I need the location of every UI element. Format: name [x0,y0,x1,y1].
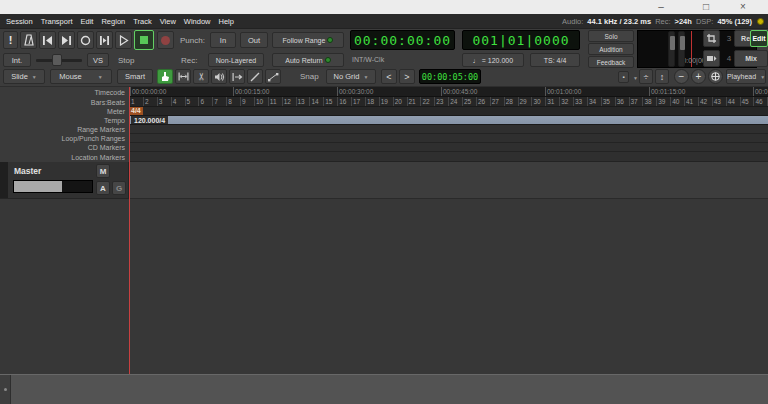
menu-window[interactable]: Window [180,17,215,26]
time-signature-button[interactable]: TS: 4/4 [530,53,580,67]
bar-number: 8 [228,98,232,105]
monitor-fader-right[interactable] [678,31,685,67]
minimize-button[interactable]: – [654,1,668,13]
zoom-out-button[interactable]: − [674,69,689,84]
ruler-label-location-markers[interactable]: Location Markers [0,152,129,162]
tempo-marker[interactable]: 120.000/4 [131,116,168,125]
menu-track[interactable]: Track [129,17,155,26]
play-range-button[interactable] [96,31,113,49]
meterbridge-window-button[interactable] [703,50,720,67]
mixer-page-button[interactable]: Mix [734,50,768,67]
menu-transport[interactable]: Transport [37,17,77,26]
automation-button[interactable]: A [96,181,110,195]
monitor-fader-left[interactable] [668,31,675,67]
meter-marker[interactable]: 4/4 [129,107,143,115]
monitor-int-button[interactable]: Int. [3,53,31,67]
metronome-button[interactable] [20,31,37,49]
zoom-focus-dropdown[interactable]: Playhead▼ [726,69,766,84]
edit-automation-tool-button[interactable] [265,69,281,84]
punch-out-button[interactable]: Out [240,32,268,48]
group-button[interactable]: G [112,181,126,195]
tempo-ruler[interactable]: 120.000/4 [129,116,768,125]
smart-mode-button[interactable]: Smart [117,69,153,84]
selection-tool-window-button[interactable] [703,30,720,47]
summary-pane[interactable] [0,374,768,404]
varispeed-button[interactable]: VS [87,53,109,67]
punch-in-button[interactable]: In [210,32,236,48]
shrink-tracks-button[interactable]: ÷ [639,69,653,84]
master-track-header[interactable]: Master M A G [0,162,129,199]
snap-label[interactable]: Snap [300,72,319,81]
editor-canvas[interactable] [0,199,768,374]
bar-number: 11 [270,98,277,105]
nudge-back-button[interactable]: < [381,69,397,84]
nudge-clock[interactable]: 00:00:05:00 [419,69,481,84]
maximize-button[interactable]: □ [699,1,713,13]
go-to-end-button[interactable] [58,31,75,49]
ruler-label-bars-beats[interactable]: Bars:Beats [0,97,129,107]
sync-source-label[interactable]: INT/W-Clk [352,56,384,63]
master-track-lane[interactable] [129,162,768,199]
zoom-in-button[interactable]: + [691,69,706,84]
menu-view[interactable]: View [156,17,180,26]
edit-mode-dropdown[interactable]: Slide▼ [3,69,45,84]
ruler-label-tempo[interactable]: Tempo [0,116,129,125]
cd-markers-ruler[interactable] [129,143,768,152]
editor-page-button[interactable]: Edit [750,30,768,47]
ruler-label-cd-markers[interactable]: CD Markers [0,143,129,152]
ruler-label-timecode[interactable]: Timecode [0,87,129,97]
play-button[interactable] [115,31,132,49]
cut-tool-button[interactable]: ✂ [193,69,209,84]
stretch-tool-button[interactable] [229,69,245,84]
range-markers-ruler[interactable] [129,125,768,134]
close-button[interactable]: × [736,1,750,13]
loop-button[interactable] [77,31,94,49]
range-tool-button[interactable] [175,69,191,84]
mute-button[interactable]: M [96,164,110,178]
midi-panic-button[interactable]: ! [3,31,18,49]
zoom-to-session-button[interactable] [708,69,723,84]
marker-visibility-caret-icon[interactable]: ▼ [633,75,638,81]
auto-return-button[interactable]: Auto Return [272,53,344,67]
bar-tick [240,97,241,106]
feedback-button[interactable]: Feedback [588,56,634,68]
menu-session[interactable]: Session [2,17,37,26]
primary-clock[interactable]: 00:00:00:00 [350,30,455,50]
follow-range-button[interactable]: Follow Range [272,32,344,48]
track-name-label[interactable]: Master [14,166,41,176]
audition-tool-button[interactable] [211,69,227,84]
grab-tool-button[interactable] [157,69,173,84]
grid-mode-dropdown[interactable]: No Grid▼ [326,69,376,84]
audition-button[interactable]: Audition [588,43,634,55]
go-to-start-button[interactable] [39,31,56,49]
stop-button[interactable] [134,30,154,50]
ruler-label-range-markers[interactable]: Range Markers [0,125,129,134]
shuttle-slider-handle[interactable] [52,54,62,66]
summary-handle-icon[interactable] [4,388,7,391]
ruler-label-loop-punch-ranges[interactable]: Loop/Punch Ranges [0,134,129,143]
location-markers-ruler[interactable] [129,152,768,162]
menu-edit[interactable]: Edit [77,17,98,26]
tempo-button[interactable]: ♩ = 120.000 [462,53,524,67]
timecode-ruler[interactable]: 00:00:00:0000:00:15:0000:00:30:0000:00:4… [129,87,768,97]
meter-ruler[interactable]: 4/4 [129,107,768,116]
nudge-forward-button[interactable]: > [399,69,415,84]
menu-help[interactable]: Help [215,17,238,26]
menu-region[interactable]: Region [97,17,129,26]
master-gain-fill [14,181,62,192]
monitor-fader-right-handle[interactable] [680,36,685,50]
master-gain-fader[interactable] [13,180,93,193]
loop-punch-ruler[interactable] [129,134,768,143]
ruler-label-meter[interactable]: Meter [0,107,129,116]
solo-button[interactable]: Solo [588,30,634,42]
expand-tracks-button[interactable]: ↕ [655,69,669,84]
secondary-clock[interactable]: 001|01|0000 [462,30,580,50]
marker-visibility-button[interactable]: ▪ [618,71,629,83]
rec-mode-button[interactable]: Non-Layered [208,53,264,67]
bars-beats-ruler[interactable]: 1234567891011121314151617181920212223242… [129,97,768,107]
record-button[interactable] [157,31,174,49]
monitor-fader-left-handle[interactable] [670,36,675,50]
draw-tool-button[interactable] [247,69,263,84]
playhead-line[interactable] [129,87,130,374]
mouse-mode-dropdown[interactable]: Mouse▼ [50,69,112,84]
